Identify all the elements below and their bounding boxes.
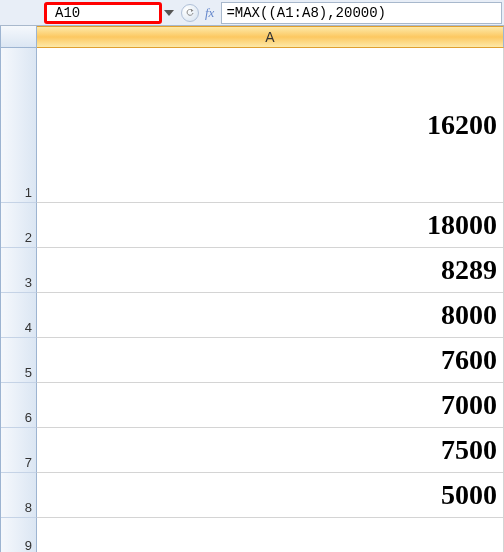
cell-A5[interactable]: 7600 — [37, 338, 504, 383]
formula-input[interactable]: =MAX((A1:A8),20000) — [221, 2, 502, 24]
cell-A6[interactable]: 7000 — [37, 383, 504, 428]
row-header-1[interactable]: 1 — [1, 48, 37, 203]
row-header-2[interactable]: 2 — [1, 203, 37, 248]
row-header-7[interactable]: 7 — [1, 428, 37, 473]
svg-marker-0 — [164, 10, 174, 16]
cell-A8[interactable]: 5000 — [37, 473, 504, 518]
row-header-6[interactable]: 6 — [1, 383, 37, 428]
spreadsheet-grid: A 11620021800038289480005760067000775008… — [0, 26, 504, 552]
cancel-button[interactable] — [181, 4, 199, 22]
select-all-corner[interactable] — [1, 26, 37, 48]
formula-text: =MAX((A1:A8),20000) — [226, 5, 386, 21]
row-header-5[interactable]: 5 — [1, 338, 37, 383]
row-header-9[interactable]: 9 — [1, 518, 37, 552]
svg-marker-1 — [191, 9, 194, 12]
name-box-dropdown[interactable] — [160, 2, 178, 24]
chevron-down-icon — [164, 10, 174, 16]
name-box[interactable]: A10 — [44, 2, 162, 24]
name-box-value: A10 — [55, 5, 80, 21]
cell-A1[interactable]: 16200 — [37, 48, 504, 203]
row-header-8[interactable]: 8 — [1, 473, 37, 518]
row-header-3[interactable]: 3 — [1, 248, 37, 293]
cell-A9[interactable] — [37, 518, 504, 552]
cell-A7[interactable]: 7500 — [37, 428, 504, 473]
formula-bar: A10 fx =MAX((A1:A8),20000) — [0, 0, 504, 26]
row-header-4[interactable]: 4 — [1, 293, 37, 338]
cell-A3[interactable]: 8289 — [37, 248, 504, 293]
formula-controls: fx — [178, 4, 221, 22]
column-header-A[interactable]: A — [37, 26, 504, 48]
undo-icon — [186, 9, 194, 17]
fx-label[interactable]: fx — [201, 5, 218, 21]
cell-A4[interactable]: 8000 — [37, 293, 504, 338]
cell-A2[interactable]: 18000 — [37, 203, 504, 248]
